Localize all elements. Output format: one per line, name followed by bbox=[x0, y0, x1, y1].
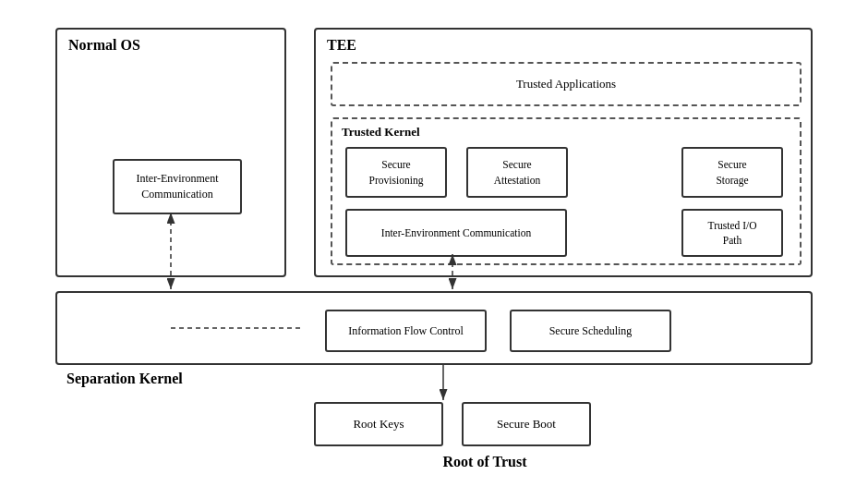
tee-label: TEE bbox=[327, 37, 356, 54]
inter-env-tee-label: Inter-Environment Communication bbox=[381, 225, 531, 240]
trusted-io-label: Trusted I/OPath bbox=[708, 218, 757, 248]
inter-env-tee-box: Inter-Environment Communication bbox=[345, 209, 567, 257]
secure-storage-box: SecureStorage bbox=[681, 147, 783, 198]
secure-boot-label: Secure Boot bbox=[497, 417, 556, 432]
secure-scheduling-label: Secure Scheduling bbox=[549, 324, 633, 338]
separation-kernel-label: Separation Kernel bbox=[66, 371, 183, 387]
separation-kernel-box: Separation Kernel Information Flow Contr… bbox=[55, 291, 813, 365]
secure-provisioning-box: SecureProvisioning bbox=[345, 147, 447, 198]
root-keys-label: Root Keys bbox=[353, 417, 404, 432]
secure-attestation-box: SecureAttestation bbox=[466, 147, 568, 198]
secure-attestation-label: SecureAttestation bbox=[494, 157, 540, 187]
secure-storage-label: SecureStorage bbox=[716, 157, 748, 187]
secure-provisioning-label: SecureProvisioning bbox=[369, 157, 424, 187]
inter-env-comm-left-box: Inter-EnvironmentCommunication bbox=[113, 159, 242, 214]
trusted-apps-box: Trusted Applications bbox=[331, 62, 802, 106]
normal-os-label: Normal OS bbox=[68, 37, 140, 54]
trusted-io-box: Trusted I/OPath bbox=[681, 209, 783, 257]
info-flow-control-label: Information Flow Control bbox=[348, 324, 464, 338]
info-flow-control-box: Information Flow Control bbox=[325, 310, 487, 352]
trusted-kernel-label: Trusted Kernel bbox=[342, 125, 420, 140]
root-of-trust-label: Root of Trust bbox=[443, 454, 527, 470]
inter-env-comm-left-label: Inter-EnvironmentCommunication bbox=[136, 171, 218, 202]
trusted-apps-label: Trusted Applications bbox=[516, 77, 616, 91]
diagram-container: Normal OS Inter-EnvironmentCommunication… bbox=[37, 18, 831, 481]
secure-scheduling-box: Secure Scheduling bbox=[510, 310, 671, 352]
root-keys-box: Root Keys bbox=[314, 402, 443, 446]
tee-box: TEE Trusted Applications Trusted Kernel … bbox=[314, 28, 813, 277]
secure-boot-box: Secure Boot bbox=[462, 402, 591, 446]
normal-os-box: Normal OS Inter-EnvironmentCommunication bbox=[55, 28, 286, 277]
trusted-kernel-box: Trusted Kernel SecureProvisioning Secure… bbox=[331, 117, 802, 265]
